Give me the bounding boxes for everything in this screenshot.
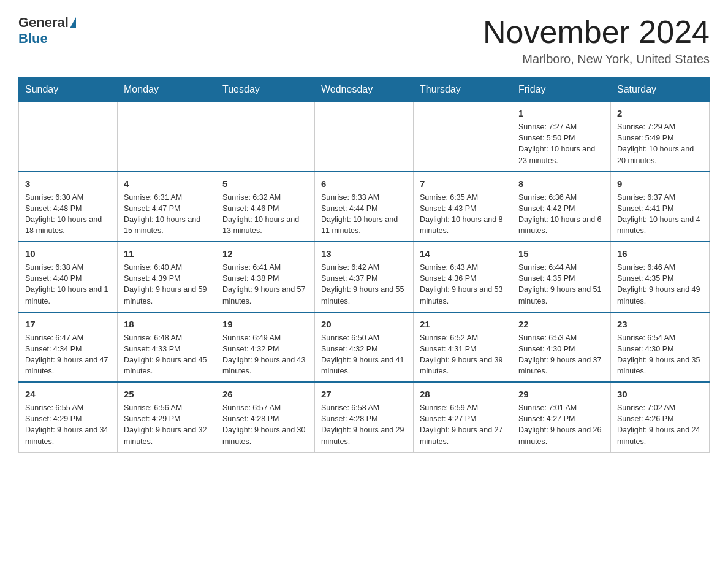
- day-number: 30: [617, 388, 703, 400]
- page-header: General Blue November 2024 Marlboro, New…: [18, 15, 710, 66]
- day-info: Sunrise: 6:43 AM Sunset: 4:36 PM Dayligh…: [420, 262, 506, 307]
- calendar-cell: [315, 102, 414, 172]
- calendar-cell: [414, 102, 512, 172]
- calendar-cell: 18Sunrise: 6:48 AM Sunset: 4:33 PM Dayli…: [118, 312, 216, 383]
- day-number: 29: [518, 388, 604, 400]
- day-number: 20: [321, 318, 407, 331]
- day-number: 24: [25, 388, 111, 400]
- calendar-cell: 27Sunrise: 6:58 AM Sunset: 4:28 PM Dayli…: [315, 382, 414, 452]
- calendar-week-2: 3Sunrise: 6:30 AM Sunset: 4:48 PM Daylig…: [19, 172, 710, 242]
- weekday-header-saturday: Saturday: [611, 78, 710, 102]
- day-number: 26: [222, 388, 308, 400]
- title-section: November 2024 Marlboro, New York, United…: [483, 15, 710, 66]
- calendar-cell: [118, 102, 216, 172]
- day-number: 28: [420, 388, 506, 400]
- calendar-cell: 1Sunrise: 7:27 AM Sunset: 5:50 PM Daylig…: [512, 102, 611, 172]
- day-info: Sunrise: 6:32 AM Sunset: 4:46 PM Dayligh…: [222, 192, 308, 237]
- day-number: 3: [25, 177, 111, 190]
- calendar-cell: 12Sunrise: 6:41 AM Sunset: 4:38 PM Dayli…: [216, 242, 315, 312]
- weekday-header-sunday: Sunday: [19, 78, 118, 102]
- day-info: Sunrise: 6:37 AM Sunset: 4:41 PM Dayligh…: [617, 192, 703, 237]
- day-info: Sunrise: 6:59 AM Sunset: 4:27 PM Dayligh…: [420, 402, 506, 447]
- day-number: 19: [222, 318, 308, 331]
- calendar-cell: [19, 102, 118, 172]
- day-info: Sunrise: 6:38 AM Sunset: 4:40 PM Dayligh…: [25, 262, 111, 307]
- calendar-cell: 11Sunrise: 6:40 AM Sunset: 4:39 PM Dayli…: [118, 242, 216, 312]
- calendar-cell: 14Sunrise: 6:43 AM Sunset: 4:36 PM Dayli…: [414, 242, 512, 312]
- calendar-cell: 28Sunrise: 6:59 AM Sunset: 4:27 PM Dayli…: [414, 382, 512, 452]
- calendar-cell: 25Sunrise: 6:56 AM Sunset: 4:29 PM Dayli…: [118, 382, 216, 452]
- calendar-table: SundayMondayTuesdayWednesdayThursdayFrid…: [18, 77, 710, 453]
- day-number: 15: [518, 247, 604, 260]
- day-info: Sunrise: 6:54 AM Sunset: 4:30 PM Dayligh…: [617, 332, 703, 377]
- day-number: 12: [222, 247, 308, 260]
- day-info: Sunrise: 6:58 AM Sunset: 4:28 PM Dayligh…: [321, 402, 407, 447]
- day-info: Sunrise: 6:46 AM Sunset: 4:35 PM Dayligh…: [617, 262, 703, 307]
- day-number: 22: [518, 318, 604, 331]
- day-info: Sunrise: 6:52 AM Sunset: 4:31 PM Dayligh…: [420, 332, 506, 377]
- day-info: Sunrise: 6:44 AM Sunset: 4:35 PM Dayligh…: [518, 262, 604, 307]
- day-info: Sunrise: 7:29 AM Sunset: 5:49 PM Dayligh…: [617, 121, 703, 166]
- day-number: 23: [617, 318, 703, 331]
- calendar-cell: 30Sunrise: 7:02 AM Sunset: 4:26 PM Dayli…: [611, 382, 710, 452]
- day-number: 17: [25, 318, 111, 331]
- calendar-cell: 6Sunrise: 6:33 AM Sunset: 4:44 PM Daylig…: [315, 172, 414, 242]
- calendar-cell: 2Sunrise: 7:29 AM Sunset: 5:49 PM Daylig…: [611, 102, 710, 172]
- calendar-cell: [216, 102, 315, 172]
- weekday-header-row: SundayMondayTuesdayWednesdayThursdayFrid…: [19, 78, 710, 102]
- day-number: 6: [321, 177, 407, 190]
- day-number: 11: [124, 247, 210, 260]
- calendar-cell: 29Sunrise: 7:01 AM Sunset: 4:27 PM Dayli…: [512, 382, 611, 452]
- day-info: Sunrise: 6:33 AM Sunset: 4:44 PM Dayligh…: [321, 192, 407, 237]
- day-info: Sunrise: 6:55 AM Sunset: 4:29 PM Dayligh…: [25, 402, 111, 447]
- day-number: 4: [124, 177, 210, 190]
- calendar-week-4: 17Sunrise: 6:47 AM Sunset: 4:34 PM Dayli…: [19, 312, 710, 383]
- day-info: Sunrise: 6:30 AM Sunset: 4:48 PM Dayligh…: [25, 192, 111, 237]
- calendar-title: November 2024: [483, 15, 710, 50]
- day-number: 10: [25, 247, 111, 260]
- calendar-cell: 21Sunrise: 6:52 AM Sunset: 4:31 PM Dayli…: [414, 312, 512, 383]
- logo: General Blue: [18, 15, 77, 47]
- day-number: 18: [124, 318, 210, 331]
- day-number: 2: [617, 107, 703, 120]
- day-number: 7: [420, 177, 506, 190]
- calendar-cell: 22Sunrise: 6:53 AM Sunset: 4:30 PM Dayli…: [512, 312, 611, 383]
- day-number: 8: [518, 177, 604, 190]
- day-info: Sunrise: 6:56 AM Sunset: 4:29 PM Dayligh…: [124, 402, 210, 447]
- calendar-cell: 26Sunrise: 6:57 AM Sunset: 4:28 PM Dayli…: [216, 382, 315, 452]
- day-info: Sunrise: 6:50 AM Sunset: 4:32 PM Dayligh…: [321, 332, 407, 377]
- calendar-cell: 23Sunrise: 6:54 AM Sunset: 4:30 PM Dayli…: [611, 312, 710, 383]
- weekday-header-thursday: Thursday: [414, 78, 512, 102]
- calendar-cell: 20Sunrise: 6:50 AM Sunset: 4:32 PM Dayli…: [315, 312, 414, 383]
- calendar-week-3: 10Sunrise: 6:38 AM Sunset: 4:40 PM Dayli…: [19, 242, 710, 312]
- calendar-cell: 13Sunrise: 6:42 AM Sunset: 4:37 PM Dayli…: [315, 242, 414, 312]
- weekday-header-tuesday: Tuesday: [216, 78, 315, 102]
- day-info: Sunrise: 6:47 AM Sunset: 4:34 PM Dayligh…: [25, 332, 111, 377]
- logo-triangle-icon: [70, 17, 76, 28]
- day-info: Sunrise: 7:27 AM Sunset: 5:50 PM Dayligh…: [518, 121, 604, 166]
- calendar-cell: 24Sunrise: 6:55 AM Sunset: 4:29 PM Dayli…: [19, 382, 118, 452]
- calendar-cell: 4Sunrise: 6:31 AM Sunset: 4:47 PM Daylig…: [118, 172, 216, 242]
- day-info: Sunrise: 6:42 AM Sunset: 4:37 PM Dayligh…: [321, 262, 407, 307]
- day-number: 16: [617, 247, 703, 260]
- calendar-cell: 16Sunrise: 6:46 AM Sunset: 4:35 PM Dayli…: [611, 242, 710, 312]
- logo-general-text: General: [18, 15, 69, 31]
- calendar-cell: 17Sunrise: 6:47 AM Sunset: 4:34 PM Dayli…: [19, 312, 118, 383]
- calendar-cell: 3Sunrise: 6:30 AM Sunset: 4:48 PM Daylig…: [19, 172, 118, 242]
- calendar-subtitle: Marlboro, New York, United States: [483, 52, 710, 66]
- day-info: Sunrise: 6:31 AM Sunset: 4:47 PM Dayligh…: [124, 192, 210, 237]
- day-info: Sunrise: 6:36 AM Sunset: 4:42 PM Dayligh…: [518, 192, 604, 237]
- calendar-cell: 5Sunrise: 6:32 AM Sunset: 4:46 PM Daylig…: [216, 172, 315, 242]
- day-info: Sunrise: 6:49 AM Sunset: 4:32 PM Dayligh…: [222, 332, 308, 377]
- day-number: 21: [420, 318, 506, 331]
- calendar-week-1: 1Sunrise: 7:27 AM Sunset: 5:50 PM Daylig…: [19, 102, 710, 172]
- day-info: Sunrise: 6:40 AM Sunset: 4:39 PM Dayligh…: [124, 262, 210, 307]
- day-info: Sunrise: 6:48 AM Sunset: 4:33 PM Dayligh…: [124, 332, 210, 377]
- calendar-cell: 19Sunrise: 6:49 AM Sunset: 4:32 PM Dayli…: [216, 312, 315, 383]
- calendar-cell: 7Sunrise: 6:35 AM Sunset: 4:43 PM Daylig…: [414, 172, 512, 242]
- calendar-cell: 10Sunrise: 6:38 AM Sunset: 4:40 PM Dayli…: [19, 242, 118, 312]
- weekday-header-monday: Monday: [118, 78, 216, 102]
- day-number: 5: [222, 177, 308, 190]
- day-info: Sunrise: 6:57 AM Sunset: 4:28 PM Dayligh…: [222, 402, 308, 447]
- calendar-week-5: 24Sunrise: 6:55 AM Sunset: 4:29 PM Dayli…: [19, 382, 710, 452]
